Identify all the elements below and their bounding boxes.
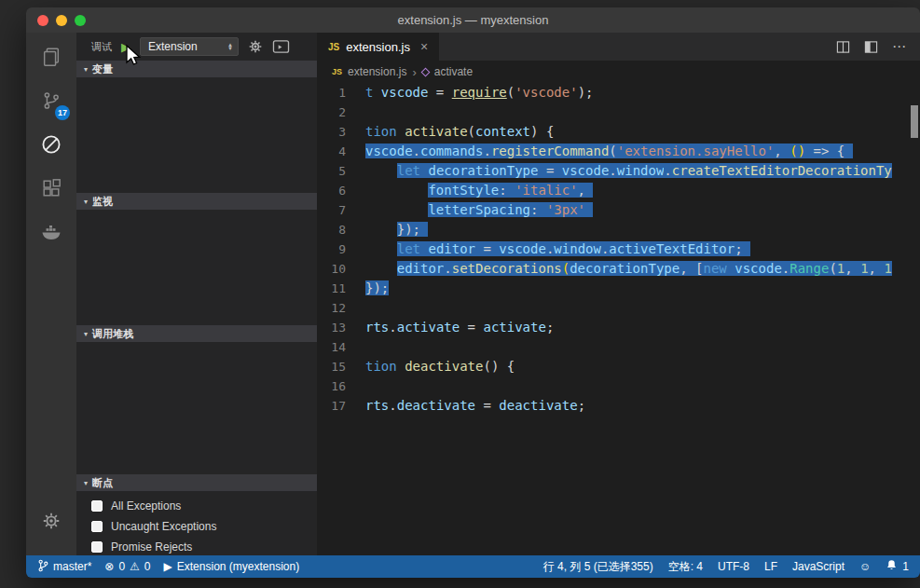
code-line[interactable]: 17rts.deactivate = deactivate; [317,396,920,416]
line-content: rts.deactivate = deactivate; [365,396,585,416]
minimize-window-button[interactable] [56,15,67,26]
code-line[interactable]: 4vscode.commands.registerCommand('extens… [317,142,920,161]
launch-config-value: Extension [148,40,198,53]
warning-icon: ⚠ [130,560,140,573]
code-line[interactable]: 5 let decorationType = vscode.window.cre… [317,161,920,181]
branch-status[interactable]: master* [37,559,91,575]
code-line[interactable]: 12 [317,298,920,318]
line-number[interactable]: 10 [317,259,365,279]
zoom-window-button[interactable] [75,15,86,26]
configure-gear-icon[interactable] [248,39,263,54]
code-line[interactable]: 14 [317,337,920,357]
line-number[interactable]: 2 [317,103,365,122]
activity-bar: 17 [26,33,76,555]
line-number[interactable]: 17 [317,396,365,416]
status-bar: master* ⊗ 0 ⚠ 0 ▶ Extension (myextension… [26,555,920,578]
tab-extension-js[interactable]: JS extension.js × [317,33,439,61]
vertical-scrollbar[interactable] [911,105,918,138]
js-file-icon: JS [332,67,342,76]
section-header-breakpoints[interactable]: ▾ 断点 [76,474,317,491]
indentation[interactable]: 空格: 4 [668,559,703,575]
line-content: }); [365,220,428,239]
breadcrumb-symbol[interactable]: activate [434,65,473,78]
activity-debug[interactable] [26,124,76,168]
line-content: }); [365,279,389,298]
split-editor-icon[interactable] [836,40,850,54]
debug-icon [40,133,62,159]
breakpoint-item[interactable]: Uncaught Exceptions [76,516,317,537]
breakpoint-item[interactable]: Promise Rejects [76,537,317,555]
debug-console-icon[interactable] [272,39,290,55]
more-actions-icon[interactable]: ⋯ [892,38,907,55]
watch-panel [76,210,317,325]
activity-extensions[interactable] [26,168,76,212]
problems-status[interactable]: ⊗ 0 ⚠ 0 [104,560,150,573]
line-number[interactable]: 11 [317,279,365,298]
line-number[interactable]: 8 [317,220,365,239]
status-bar-right: 行 4, 列 5 (已选择355) 空格: 4 UTF-8 LF JavaScr… [543,559,909,575]
breakpoint-checkbox[interactable] [91,521,103,532]
chevron-right-icon: › [412,65,416,79]
line-number[interactable]: 13 [317,318,365,337]
debug-target-status[interactable]: ▶ Extension (myextension) [164,560,300,573]
section-header-callstack[interactable]: ▾ 调用堆栈 [76,325,317,342]
code-line[interactable]: 9 let editor = vscode.window.activeTextE… [317,239,920,259]
line-number[interactable]: 3 [317,122,365,142]
window-title: extension.js — myextension [398,13,549,27]
code-line[interactable]: 10 editor.setDecorations(decorationType,… [317,259,920,279]
line-number[interactable]: 7 [317,200,365,220]
line-number[interactable]: 9 [317,239,365,259]
git-branch-icon [37,559,48,575]
line-content: letterSpacing: '3px' [365,200,593,220]
warning-count: 0 [144,560,151,573]
code-lines: 1t vscode = require('vscode');23tion act… [317,83,920,555]
line-number[interactable]: 12 [317,298,365,318]
cursor-position[interactable]: 行 4, 列 5 (已选择355) [543,559,653,575]
notifications-bell[interactable]: 1 [886,559,909,574]
symbol-method-icon [420,67,430,76]
breakpoint-item[interactable]: All Exceptions [76,496,317,516]
section-header-watch[interactable]: ▾ 监视 [76,193,317,210]
line-number[interactable]: 16 [317,376,365,396]
chevron-expanded-icon: ▾ [84,198,88,206]
code-line[interactable]: 2 [317,103,920,122]
line-number[interactable]: 14 [317,337,365,357]
code-line[interactable]: 3tion activate(context) { [317,122,920,142]
line-number[interactable]: 5 [317,161,365,181]
manage-settings-button[interactable] [26,500,76,544]
close-tab-icon[interactable]: × [420,39,428,54]
code-line[interactable]: 7 letterSpacing: '3px' [317,200,920,220]
chevron-expanded-icon: ▾ [84,65,88,74]
code-area[interactable]: 1t vscode = require('vscode');23tion act… [317,83,920,555]
line-number[interactable]: 4 [317,142,365,161]
breakpoint-checkbox[interactable] [91,500,103,512]
code-line[interactable]: 13rts.activate = activate; [317,318,920,337]
code-line[interactable]: 15tion deactivate() { [317,357,920,376]
tab-label: extension.js [346,40,410,54]
section-header-variables[interactable]: ▾ 变量 [76,61,317,77]
code-line[interactable]: 16 [317,376,920,396]
eol[interactable]: LF [764,560,777,573]
start-debugging-button[interactable]: ▶ [121,41,130,53]
run-icon: ▶ [164,560,172,573]
scm-badge: 17 [55,105,70,120]
activity-docker[interactable] [26,212,76,255]
line-number[interactable]: 6 [317,181,365,200]
activity-source-control[interactable]: 17 [26,80,76,124]
code-line[interactable]: 1t vscode = require('vscode'); [317,83,920,103]
launch-config-select[interactable]: Extension ▲▼ [140,37,239,56]
code-line[interactable]: 6 fontStyle: 'italic', [317,181,920,200]
code-line[interactable]: 11}); [317,279,920,298]
feedback-smiley-icon[interactable]: ☺ [859,560,871,573]
code-line[interactable]: 8 }); [317,220,920,239]
close-window-button[interactable] [37,15,48,26]
line-number[interactable]: 1 [317,83,365,103]
activity-explorer[interactable] [26,36,76,80]
encoding[interactable]: UTF-8 [718,560,749,573]
editor-layout-icon[interactable] [864,40,878,54]
line-content: let editor = vscode.window.activeTextEdi… [365,239,750,259]
line-number[interactable]: 15 [317,357,365,376]
language-mode[interactable]: JavaScript [792,560,844,573]
breadcrumb-file[interactable]: extension.js [348,65,406,78]
breakpoint-checkbox[interactable] [91,541,103,553]
